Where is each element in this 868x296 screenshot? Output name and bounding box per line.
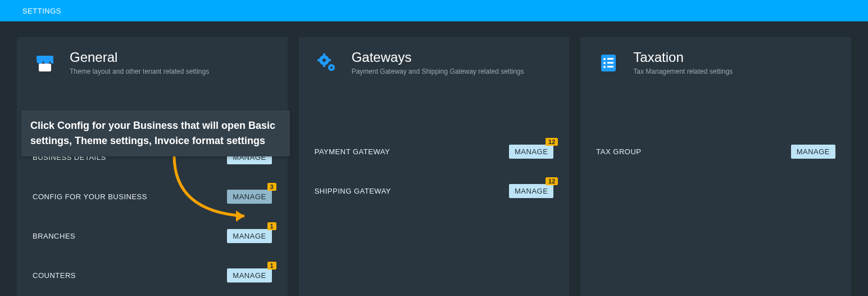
svg-rect-1 xyxy=(39,64,51,71)
card-header-general: General Theme layout and other tenant re… xyxy=(17,37,288,81)
card-subtitle-general: Theme layout and other tenant related se… xyxy=(70,68,209,75)
row-label: COUNTERS xyxy=(33,271,76,280)
svg-point-13 xyxy=(603,62,606,64)
manage-branches-button[interactable]: MANAGE xyxy=(227,229,271,243)
card-title-general: General xyxy=(70,50,209,65)
page-title: SETTINGS xyxy=(22,7,61,15)
card-header-gateways: Gateways Payment Gateway and Shipping Ga… xyxy=(299,37,570,81)
badge: 1 xyxy=(267,222,276,230)
card-general: General Theme layout and other tenant re… xyxy=(17,37,288,296)
svg-point-4 xyxy=(322,59,326,62)
row-tax-group: TAX GROUP MANAGE xyxy=(596,132,835,171)
svg-rect-16 xyxy=(607,62,613,64)
svg-rect-5 xyxy=(323,53,325,56)
manage-counters-button[interactable]: MANAGE xyxy=(227,268,271,282)
badge: 12 xyxy=(546,177,558,185)
badge: 3 xyxy=(267,183,276,191)
manage-shipping-gateway-button[interactable]: MANAGE xyxy=(509,184,553,198)
svg-rect-7 xyxy=(317,59,320,61)
row-shipping-gateway: SHIPPING GATEWAY MANAGE 12 xyxy=(315,171,554,210)
row-label: SHIPPING GATEWAY xyxy=(315,187,391,195)
row-label: CONFIG FOR YOUR BUSINESS xyxy=(33,192,147,201)
checklist-icon xyxy=(596,51,621,75)
card-header-taxation: Taxation Tax Management related settings xyxy=(580,37,851,81)
tooltip-callout: Click Config for your Business that will… xyxy=(21,110,290,156)
gears-icon xyxy=(315,51,339,75)
card-taxation: Taxation Tax Management related settings… xyxy=(580,37,851,296)
row-list-gateways: PAYMENT GATEWAY MANAGE 12 SHIPPING GATEW… xyxy=(299,81,570,222)
card-gateways: Gateways Payment Gateway and Shipping Ga… xyxy=(299,37,570,296)
row-counters: COUNTERS MANAGE 1 xyxy=(33,255,272,295)
manage-tax-group-button[interactable]: MANAGE xyxy=(791,145,835,159)
card-subtitle-gateways: Payment Gateway and Shipping Gateway rel… xyxy=(352,68,524,75)
row-label: BRANCHES xyxy=(33,232,75,240)
card-title-gateways: Gateways xyxy=(352,50,524,65)
card-title-taxation: Taxation xyxy=(633,50,733,65)
svg-rect-8 xyxy=(328,59,331,61)
badge: 1 xyxy=(267,262,276,270)
svg-rect-17 xyxy=(607,66,613,68)
svg-rect-0 xyxy=(37,56,53,60)
svg-point-10 xyxy=(330,66,333,69)
row-payment-gateway: PAYMENT GATEWAY MANAGE 12 xyxy=(315,132,554,171)
manage-payment-gateway-button[interactable]: MANAGE xyxy=(509,145,553,159)
row-branches: BRANCHES MANAGE 1 xyxy=(33,216,272,255)
row-label: TAX GROUP xyxy=(596,147,641,156)
row-list-taxation: TAX GROUP MANAGE xyxy=(580,81,851,182)
manage-config-business-button[interactable]: MANAGE xyxy=(227,190,271,204)
badge: 12 xyxy=(546,138,558,146)
row-label: PAYMENT GATEWAY xyxy=(315,147,390,156)
svg-point-12 xyxy=(603,58,606,60)
topbar: SETTINGS xyxy=(0,0,868,21)
svg-rect-6 xyxy=(323,64,325,67)
row-config-business: CONFIG FOR YOUR BUSINESS MANAGE 3 xyxy=(33,177,272,216)
card-subtitle-taxation: Tax Management related settings xyxy=(633,68,733,75)
settings-content: General Theme layout and other tenant re… xyxy=(0,21,868,296)
svg-point-14 xyxy=(603,66,606,68)
store-icon xyxy=(33,51,57,75)
svg-rect-15 xyxy=(607,58,613,60)
